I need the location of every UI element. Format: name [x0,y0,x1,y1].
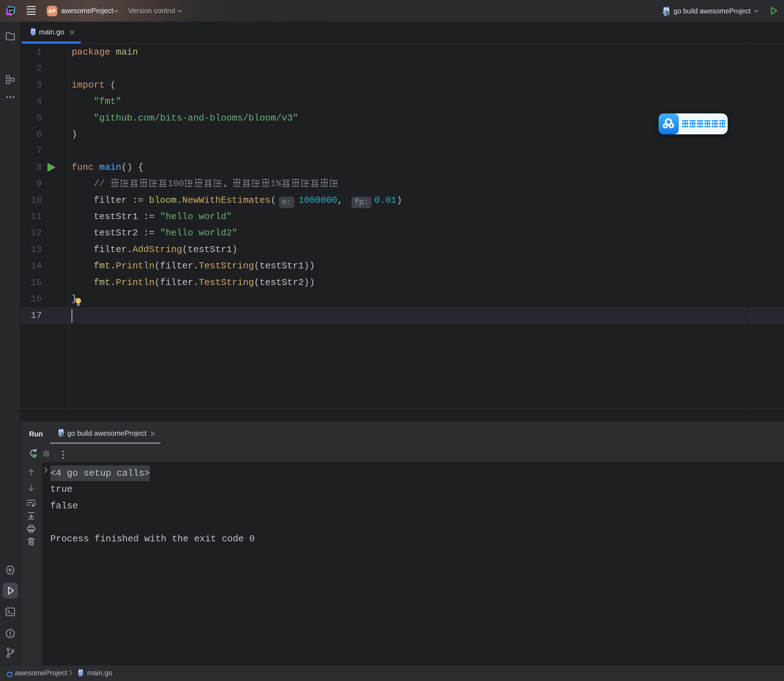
svg-text:GO: GO [9,9,13,12]
